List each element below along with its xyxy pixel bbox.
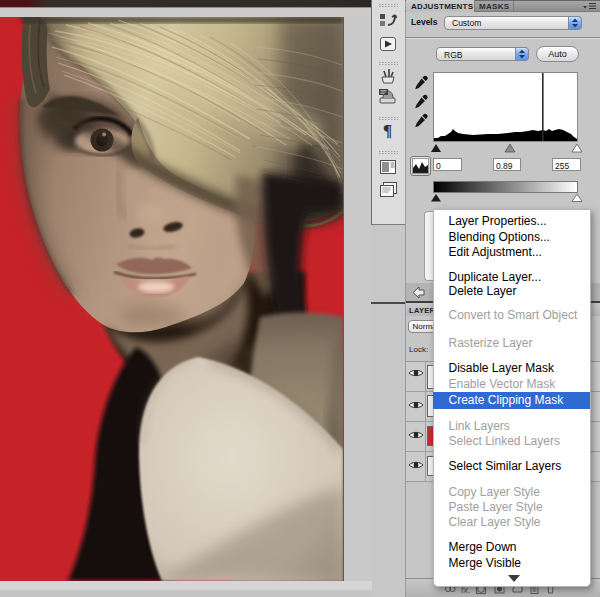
svg-text:¶: ¶ (383, 121, 392, 140)
